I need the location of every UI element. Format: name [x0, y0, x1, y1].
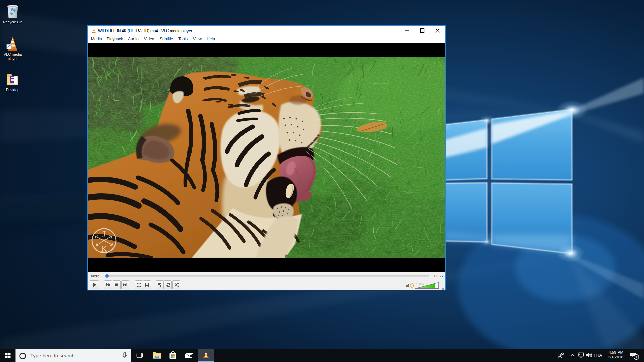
svg-text:K: K: [101, 244, 107, 254]
svg-text:1: 1: [635, 355, 637, 359]
svg-text:J: J: [102, 229, 106, 239]
svg-text:100%: 100%: [416, 282, 424, 286]
